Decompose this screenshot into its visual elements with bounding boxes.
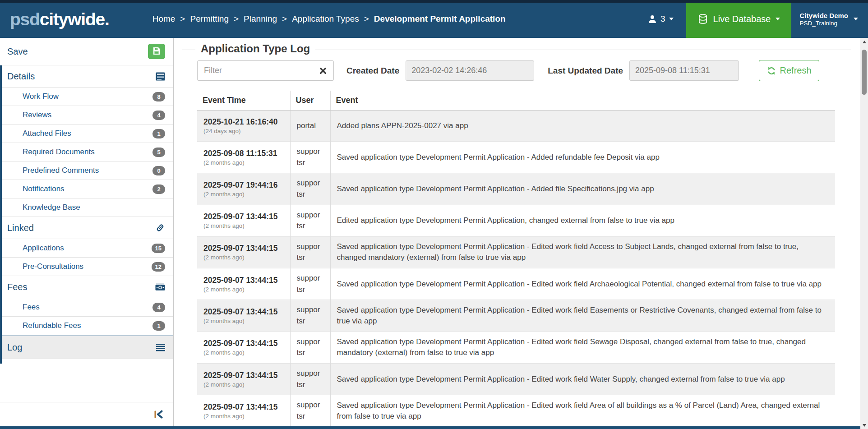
event-time-ago: (2 months ago) [203,159,284,166]
log-panel: Application Type Log Created Date Last U… [182,50,851,426]
page-title: Application Type Log [195,42,315,55]
user-cell: portal [290,111,330,142]
log-toolbar: Created Date Last Updated Date Refresh [197,60,835,81]
event-time-cell: 2025-09-08 11:15:31(2 months ago) [197,142,290,173]
event-time-ago: (2 months ago) [203,381,284,388]
refresh-icon [767,66,776,75]
event-time-cell: 2025-09-07 13:44:15(2 months ago) [197,300,290,332]
sidebar-item-label: Knowledge Base [23,203,80,212]
breadcrumb-item-home[interactable]: Home [152,14,175,24]
save-button[interactable] [148,44,165,59]
main-content: Application Type Log Created Date Last U… [174,38,860,426]
user-cell: supportsr [290,268,330,300]
event-time: 2025-09-07 13:44:15 [203,276,284,285]
event-time-ago: (2 months ago) [203,191,284,198]
breadcrumb-separator: > [282,14,287,24]
event-time-cell: 2025-09-07 13:44:15(2 months ago) [197,363,290,395]
table-row: 2025-09-07 13:44:15(2 months ago)support… [197,300,835,332]
table-row: 2025-10-21 16:16:40(24 days ago)portalAd… [197,111,835,142]
sidebar-item-details[interactable]: Details [0,65,173,88]
count-badge: 2 [152,185,165,194]
event-cell: Saved application type Development Permi… [330,268,835,300]
sidebar-item-work-flow-sub[interactable]: Work Flow8 [0,88,173,106]
breadcrumb-item-planning[interactable]: Planning [244,14,277,24]
user-cell: supportsr [290,205,330,236]
event-cell: Saved application type Development Permi… [330,173,835,205]
breadcrumb-item-development-permit-application: Development Permit Application [374,14,506,24]
filter-input[interactable] [197,60,312,81]
breadcrumb-item-permitting[interactable]: Permitting [190,14,229,24]
application-window: psdcitywide. Home>Permitting>Planning>Ap… [0,0,868,429]
sidebar-item-fees-sub[interactable]: Fees4 [0,298,173,317]
app-logo[interactable]: psdcitywide. [10,10,109,28]
window-top-edge [0,0,868,3]
top-navigation-bar: psdcitywide. Home>Permitting>Planning>Ap… [0,0,868,38]
sidebar-nav: SaveDetailsWork Flow8Reviews4Attached Fi… [0,38,173,359]
sidebar-item-refundable-fees-sub[interactable]: Refundable Fees1 [0,317,173,335]
last-updated-date-input[interactable] [629,60,739,81]
collapse-sidebar-button[interactable] [153,410,163,419]
table-row: 2025-09-08 11:15:31(2 months ago)support… [197,142,835,173]
scroll-down-button[interactable] [860,421,868,429]
event-cell: Edited application type Development Perm… [330,205,835,236]
event-cell: Saved application type Development Permi… [330,363,835,395]
sidebar-item-reviews-sub[interactable]: Reviews4 [0,106,173,125]
sidebar-item-fees[interactable]: Fees [0,276,173,298]
account-dropdown[interactable]: Citywide Demo PSD_Training [791,12,868,27]
event-time-cell: 2025-09-07 13:44:15(2 months ago) [197,268,290,300]
sidebar-item-label: Predefined Comments [23,166,99,175]
column-header-user: User [290,91,330,111]
sidebar-item-label: Pre-Consultations [23,262,83,271]
event-time: 2025-09-07 13:44:15 [203,402,284,412]
event-time-ago: (2 months ago) [203,222,284,229]
live-database-dropdown[interactable]: Live Database [686,0,792,38]
sidebar-item-label: Required Documents [23,148,95,157]
scrollbar-thumb[interactable] [862,50,867,95]
sidebar-item-pre-consultations-sub[interactable]: Pre-Consultations12 [0,258,173,276]
event-time: 2025-09-08 11:15:31 [203,149,284,158]
clear-filter-button[interactable] [312,60,334,81]
user-cell: supportsr [290,395,330,426]
table-row: 2025-09-07 13:44:15(2 months ago)support… [197,236,835,268]
breadcrumb-item-application-types[interactable]: Application Types [292,14,359,24]
logo-prefix: psd [10,9,40,29]
table-row: 2025-09-07 19:44:16(2 months ago)support… [197,173,835,205]
scroll-up-button[interactable] [860,38,868,46]
sidebar-item-log[interactable]: Log [0,335,173,359]
user-cell: supportsr [290,173,330,205]
account-name: Citywide Demo [799,12,848,19]
refresh-button[interactable]: Refresh [759,60,819,81]
triangle-up-icon [863,41,866,43]
sidebar-item-required-documents-sub[interactable]: Required Documents5 [0,143,173,161]
breadcrumb: Home>Permitting>Planning>Application Typ… [152,14,506,24]
column-header-event-time: Event Time [197,91,290,111]
count-badge: 5 [152,148,165,157]
sidebar-item-attached-files-sub[interactable]: Attached Files1 [0,125,173,143]
event-time-ago: (24 days ago) [203,128,284,134]
sidebar-item-notifications-sub[interactable]: Notifications2 [0,180,173,198]
sidebar-item-label: Reviews [23,111,51,120]
vertical-scrollbar[interactable] [860,38,868,429]
sidebar-item-label: Fees [23,303,40,312]
sidebar-item-knowledge-base-sub[interactable]: Knowledge Base [0,198,173,217]
count-badge: 15 [152,244,165,253]
sidebar-item-save[interactable]: Save [0,38,173,65]
event-cell: Saved application type Development Permi… [330,236,835,268]
user-sessions-dropdown[interactable]: 3 [648,14,674,24]
sidebar-item-label: Attached Files [23,129,71,138]
event-cell: Saved application type Development Permi… [330,300,835,332]
sidebar-item-predefined-comments-sub[interactable]: Predefined Comments0 [0,161,173,180]
sidebar-item-label: Log [7,342,22,353]
count-badge: 0 [152,166,165,175]
sidebar-item-applications-sub[interactable]: Applications15 [0,239,173,258]
column-header-event: Event [330,91,835,111]
event-cell: Saved application type Development Permi… [330,142,835,173]
count-badge: 8 [152,92,165,101]
sidebar-item-label: Applications [23,244,64,253]
table-row: 2025-09-07 13:44:15(2 months ago)support… [197,395,835,426]
sidebar-item-linked[interactable]: Linked [0,217,173,239]
event-time-cell: 2025-09-07 13:44:15(2 months ago) [197,332,290,363]
created-date-input[interactable] [406,60,534,81]
event-time-ago: (2 months ago) [203,349,284,356]
event-time-cell: 2025-09-07 19:44:16(2 months ago) [197,173,290,205]
